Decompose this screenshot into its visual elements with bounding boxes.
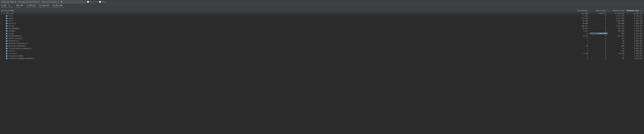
row-allocations-cell: 6,637 bbox=[572, 30, 590, 32]
table-row[interactable]: CHashMap6,6370265,4802,630,596 bbox=[0, 30, 644, 32]
row-native_size-cell: 0 bbox=[590, 22, 608, 24]
class-icon: C bbox=[6, 43, 8, 44]
col-header-retained-size[interactable]: Retained Size ↑ ▲ bbox=[626, 10, 644, 11]
native-size-stat: 2,708,512 Native Size bbox=[26, 4, 36, 8]
table-row[interactable]: CDexPathList$Element[]30802,090,187 bbox=[0, 42, 644, 45]
heap-icon bbox=[4, 13, 5, 14]
row-native_size-cell: 0 bbox=[590, 48, 608, 49]
row-name-cell: CDexPathList bbox=[0, 40, 572, 42]
row-name-cell: CDexPathList$Element[] bbox=[0, 42, 572, 44]
match-case-group: Match Case bbox=[87, 1, 98, 3]
table-row[interactable]: Cbyte[]114,31004,911,4104,911,410 bbox=[0, 17, 644, 20]
row-label: Object[] bbox=[8, 22, 16, 24]
row-shallow_size-cell: 32 bbox=[608, 55, 626, 57]
class-icon: C bbox=[6, 55, 8, 57]
table-row[interactable]: CDexPathList$Element2005002,090,101 bbox=[0, 45, 644, 47]
row-shallow_size-cell: 186 bbox=[608, 50, 626, 52]
row-label: app heap bbox=[6, 12, 14, 14]
classes-leaks-pair: 4,230 Classes 0 Leaks bbox=[1, 4, 13, 8]
row-label: Class bbox=[8, 15, 13, 17]
row-name-cell: CPathClassLoader bbox=[0, 37, 572, 39]
col-header-shallow-size[interactable]: Shallow Size bbox=[608, 10, 626, 11]
row-retained_size-cell: 2,167,429 bbox=[626, 37, 644, 39]
row-name-cell: ▼app heap bbox=[0, 12, 572, 14]
table-row[interactable]: Cint[]26,99804,482,4084,482,408 bbox=[0, 20, 644, 22]
row-retained_size-cell: 2,090,101 bbox=[626, 45, 644, 47]
row-name-cell: CClass bbox=[0, 15, 572, 17]
regex-label: Regex bbox=[101, 1, 106, 3]
table-row[interactable]: CClass17,60102,311,4715,031,214 bbox=[0, 15, 644, 17]
show-dropdown[interactable]: Show all classes bbox=[41, 0, 60, 3]
row-native_size-cell: 0 bbox=[590, 42, 608, 44]
row-name-cell: CHashMap$Node bbox=[0, 27, 572, 29]
class-icon: C bbox=[6, 48, 8, 49]
table-row[interactable]: CGroupedLinkedMap$LinkedEntry40961,833,4… bbox=[0, 57, 644, 60]
table-row[interactable]: CPathClassLoader301442,167,429 bbox=[0, 37, 644, 40]
row-allocations-cell: 26,998 bbox=[572, 20, 590, 22]
arrange-dropdown[interactable]: Arrange by callstack bbox=[18, 0, 40, 3]
row-retained_size-cell: 2,087,156 bbox=[626, 48, 644, 49]
row-allocations-cell: 3 bbox=[572, 40, 590, 42]
expand-arrow-icon: ▼ bbox=[2, 13, 3, 14]
row-native_size-cell: 0 bbox=[590, 37, 608, 39]
table-row[interactable]: CClassPathURLStreamHandler30482,087,156 bbox=[0, 47, 644, 50]
row-shallow_size-cell: 80 bbox=[608, 42, 626, 44]
row-shallow_size-cell: 1,601,616 bbox=[608, 25, 626, 27]
table-row[interactable]: CHashMap$Node19,0530457,2722,876,152 bbox=[0, 27, 644, 30]
table-row[interactable]: CGroupedLinkedMap20321,833,756 bbox=[0, 55, 644, 57]
count-stat: 407,568 Count bbox=[16, 4, 23, 8]
sort-arrow-icon: ▲ bbox=[642, 10, 642, 11]
table-row[interactable]: CBitmap82,617,4803682,617,848 bbox=[0, 32, 644, 35]
row-shallow_size-cell: 368 bbox=[608, 32, 626, 34]
row-retained_size-cell: 1,833,428 bbox=[626, 58, 644, 59]
row-allocations-cell: 18,869 bbox=[572, 22, 590, 24]
row-name-cell: CString bbox=[0, 25, 572, 27]
col-header-allocations[interactable]: Allocations bbox=[572, 10, 590, 11]
table-row[interactable]: CDexPathList30962,092,596 bbox=[0, 40, 644, 42]
classes-value: 4,230 bbox=[1, 4, 6, 6]
row-label: GroupedLinkedMap$LinkedEntry bbox=[8, 58, 34, 59]
row-shallow_size-cell: 144 bbox=[608, 37, 626, 39]
row-name-cell: CObject[] bbox=[0, 22, 572, 24]
table-row[interactable]: CObject[]18,8690645,0083,596,411 bbox=[0, 22, 644, 25]
table-row[interactable]: CHashMap$Node[]6,5320182,3522,426,802 bbox=[0, 35, 644, 37]
row-allocations-cell: 6,532 bbox=[572, 35, 590, 37]
row-shallow_size-cell: 48 bbox=[608, 48, 626, 49]
table-body[interactable]: ▼app heap407,5682,708,51217,501,64174,26… bbox=[0, 12, 644, 134]
search-box: 🔍 bbox=[60, 0, 86, 3]
row-retained_size-cell: 1,833,756 bbox=[626, 55, 644, 57]
row-label: ArrayList bbox=[8, 53, 17, 54]
row-label: DexPathList bbox=[8, 40, 19, 42]
row-name-cell: Cbyte[] bbox=[0, 17, 572, 19]
row-retained_size-cell: 2,086,809 bbox=[626, 50, 644, 52]
regex-checkbox[interactable] bbox=[99, 1, 101, 3]
row-native_size-cell: 0 bbox=[590, 55, 608, 57]
row-label: HashMap$Node[] bbox=[8, 35, 22, 37]
count-value: 407,568 bbox=[16, 4, 23, 6]
table-row[interactable]: CString100,10101,601,6163,076,653 bbox=[0, 25, 644, 27]
table-row[interactable]: ▼app heap407,5682,708,51217,501,64174,26… bbox=[0, 12, 644, 15]
class-icon: C bbox=[6, 50, 8, 52]
col-header-native-size[interactable]: Native Size bbox=[590, 10, 608, 11]
row-name-cell: CJarFile bbox=[0, 50, 572, 52]
row-name-cell: CHashMap$Node[] bbox=[0, 35, 572, 37]
table-row[interactable]: CArrayList3,105062,1002,059,802 bbox=[0, 52, 644, 55]
row-label: String bbox=[8, 25, 14, 27]
view-dropdown[interactable]: View app heap bbox=[0, 0, 17, 3]
row-allocations-cell: 3 bbox=[572, 50, 590, 52]
row-retained_size-cell: 2,630,596 bbox=[626, 30, 644, 32]
class-icon: C bbox=[6, 35, 8, 37]
row-allocations-cell: 20 bbox=[572, 45, 590, 47]
row-name-cell: CGroupedLinkedMap$LinkedEntry bbox=[0, 58, 572, 59]
search-input[interactable] bbox=[64, 1, 86, 3]
row-retained_size-cell: 4,482,408 bbox=[626, 20, 644, 22]
row-shallow_size-cell: 96 bbox=[608, 40, 626, 42]
row-shallow_size-cell: 500 bbox=[608, 45, 626, 47]
table-row[interactable]: CJarFile301862,086,809 bbox=[0, 50, 644, 52]
match-case-checkbox[interactable] bbox=[87, 1, 89, 3]
column-headers: Callstack Name Allocations Native Size S… bbox=[0, 9, 644, 12]
row-allocations-cell: 19,053 bbox=[572, 27, 590, 29]
row-allocations-cell: 3 bbox=[572, 48, 590, 49]
row-allocations-cell: 2 bbox=[572, 55, 590, 57]
row-retained_size-cell: 2,617,848 bbox=[626, 32, 644, 34]
